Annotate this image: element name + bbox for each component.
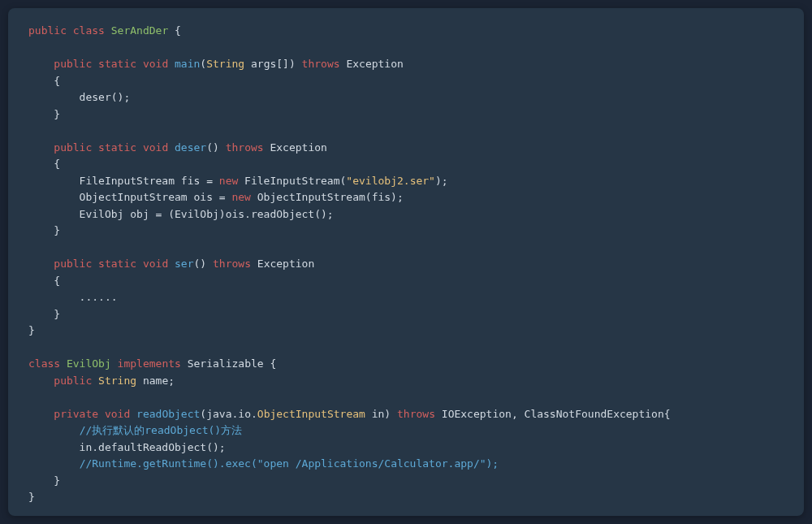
code-block: public class SerAndDer { public static v… [8, 8, 804, 516]
code-content: public class SerAndDer { public static v… [28, 24, 671, 503]
